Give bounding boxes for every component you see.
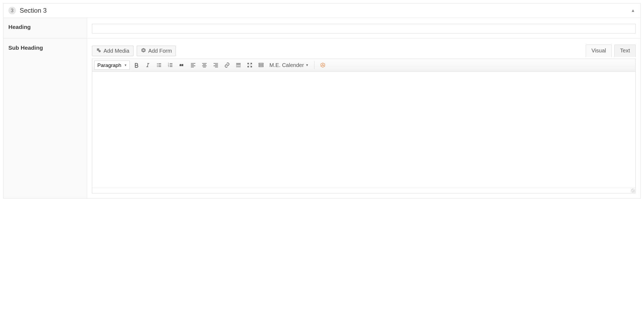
italic-button[interactable] [143,61,152,70]
me-calendar-label: M.E. Calender [269,62,304,68]
toolbar-separator [314,61,314,69]
collapse-toggle-icon[interactable]: ▲ [631,8,635,13]
media-buttons: Add Media Add Form [92,46,176,56]
svg-point-12 [322,64,323,65]
svg-text:3: 3 [168,65,169,67]
svg-rect-11 [259,65,263,67]
svg-point-14 [323,65,324,66]
blockquote-button[interactable] [177,61,186,70]
align-right-button[interactable] [211,61,220,70]
add-media-label: Add Media [104,48,129,54]
svg-point-4 [157,63,158,64]
subheading-content: Add Media Add Form Visual Text [87,39,640,198]
svg-rect-2 [143,50,144,50]
subheading-label: Sub Heading [4,39,87,198]
field-rows: Heading Sub Heading Add Media [4,18,640,198]
svg-rect-10 [259,63,263,65]
plugin-icon[interactable] [318,61,327,70]
form-icon [141,48,146,54]
section-panel: 3 Section 3 ▲ Heading Sub Heading [3,3,641,199]
editor-toolbar: Paragraph 123 [92,59,635,72]
format-select[interactable]: Paragraph [94,61,130,70]
tab-visual[interactable]: Visual [586,45,612,57]
editor-status-bar[interactable] [92,188,635,193]
align-center-button[interactable] [200,61,209,70]
media-icon [96,48,101,54]
format-select-wrap: Paragraph [94,61,130,70]
heading-label: Heading [4,18,87,38]
section-number-badge: 3 [8,7,16,14]
editor-top-row: Add Media Add Form Visual Text [92,45,636,57]
heading-content [87,18,640,38]
numbered-list-button[interactable]: 123 [166,61,175,70]
toolbar-toggle-button[interactable] [256,61,266,70]
svg-point-13 [322,65,323,66]
bullet-list-button[interactable] [155,61,164,70]
editor-tabs: Visual Text [586,45,636,57]
section-title: Section 3 [20,7,47,14]
heading-input[interactable] [92,24,636,33]
section-header[interactable]: 3 Section 3 ▲ [4,4,640,18]
add-form-label: Add Form [148,48,172,54]
add-media-button[interactable]: Add Media [92,46,133,56]
link-button[interactable] [222,61,232,70]
svg-point-6 [157,66,158,67]
add-form-button[interactable]: Add Form [137,46,176,56]
field-row-heading: Heading [4,18,640,39]
field-row-subheading: Sub Heading Add Media [4,39,640,198]
tab-text[interactable]: Text [614,45,636,57]
align-left-button[interactable] [189,61,198,70]
editor-content-area[interactable] [92,72,635,188]
svg-rect-3 [143,50,143,51]
wysiwyg-editor: Paragraph 123 [92,59,636,193]
read-more-button[interactable] [234,61,243,70]
chevron-down-icon: ▼ [306,63,309,67]
bold-button[interactable] [132,61,141,70]
fullscreen-button[interactable] [245,61,254,70]
me-calendar-dropdown[interactable]: M.E. Calender ▼ [268,61,310,69]
svg-point-5 [157,65,158,66]
